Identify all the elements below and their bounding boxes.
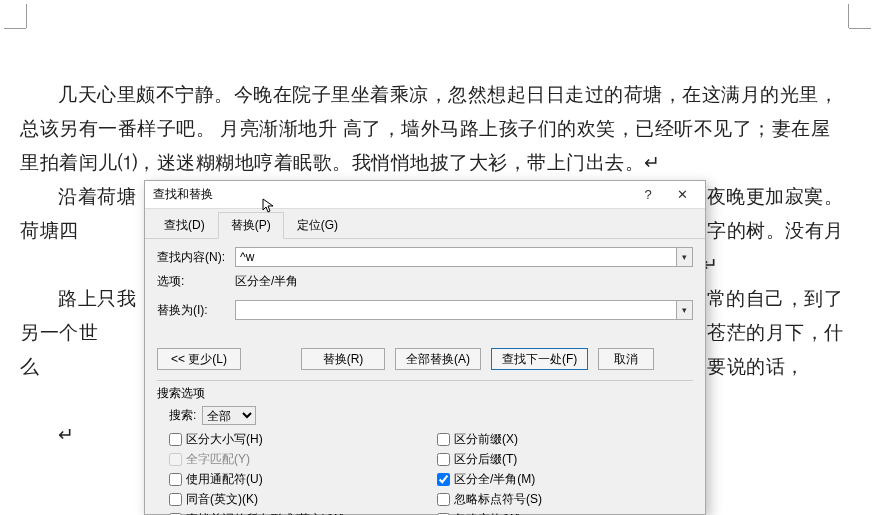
replace-with-label: 替换为(I): (157, 302, 235, 319)
checkbox-label: 区分后缀(T) (454, 451, 517, 468)
text: 沿着荷塘 (58, 186, 136, 207)
search-direction-select[interactable]: 全部 (202, 406, 256, 425)
options-label: 选项: (157, 273, 235, 290)
replace-button[interactable]: 替换(R) (301, 348, 385, 370)
dropdown-icon[interactable]: ▾ (676, 301, 692, 319)
text: ↵ (58, 424, 75, 445)
dialog-tabs: 查找(D) 替换(P) 定位(G) (145, 209, 705, 239)
less-button[interactable]: << 更少(L) (157, 348, 241, 370)
dropdown-icon[interactable]: ▾ (676, 248, 692, 266)
close-button[interactable]: ✕ (665, 184, 699, 206)
checkbox-label: 忽略标点符号(S) (454, 491, 542, 508)
help-icon: ? (644, 187, 651, 202)
checkbox-option[interactable]: 查找单词的所有形式(英文)(W) (169, 511, 437, 515)
search-direction-label: 搜索: (169, 407, 196, 424)
checkbox-input (169, 453, 182, 466)
search-options-group: 搜索选项 搜索: 全部 区分大小写(H)全字匹配(Y)使用通配符(U)同音(英文… (157, 380, 693, 515)
find-what-label: 查找内容(N): (157, 249, 235, 266)
checkbox-option[interactable]: 忽略标点符号(S) (437, 491, 693, 508)
find-replace-dialog: 查找和替换 ? ✕ 查找(D) 替换(P) 定位(G) 查找内容(N): ▾ 选… (144, 180, 706, 515)
find-what-input[interactable] (236, 248, 676, 266)
find-what-combo[interactable]: ▾ (235, 247, 693, 267)
checkbox-input[interactable] (437, 493, 450, 506)
replace-all-button[interactable]: 全部替换(A) (395, 348, 481, 370)
options-value: 区分全/半角 (235, 273, 298, 290)
button-row: << 更少(L) 替换(R) 全部替换(A) 查找下一处(F) 取消 (157, 348, 693, 370)
checkbox-option[interactable]: 区分后缀(T) (437, 451, 693, 468)
checkbox-input[interactable] (437, 473, 450, 486)
checkbox-label: 全字匹配(Y) (186, 451, 250, 468)
checkbox-label: 区分大小写(H) (186, 431, 263, 448)
checkbox-option: 全字匹配(Y) (169, 451, 437, 468)
checkbox-option[interactable]: 区分大小写(H) (169, 431, 437, 448)
checkbox-label: 使用通配符(U) (186, 471, 263, 488)
replace-with-combo[interactable]: ▾ (235, 300, 693, 320)
dialog-titlebar[interactable]: 查找和替换 ? ✕ (145, 181, 705, 209)
cancel-button[interactable]: 取消 (598, 348, 654, 370)
checkbox-input[interactable] (437, 433, 450, 446)
checkbox-option[interactable]: 忽略空格(W) (437, 511, 693, 515)
checkbox-input[interactable] (437, 453, 450, 466)
checkbox-label: 区分前缀(X) (454, 431, 518, 448)
help-button[interactable]: ? (631, 184, 665, 206)
checkbox-label: 同音(英文)(K) (186, 491, 258, 508)
search-options-header: 搜索选项 (157, 385, 693, 402)
checkbox-input[interactable] (169, 473, 182, 486)
dialog-title: 查找和替换 (153, 186, 631, 203)
replace-with-input[interactable] (236, 301, 676, 319)
find-next-button[interactable]: 查找下一处(F) (491, 348, 588, 370)
text: 几天心里颇不宁静。今晚在院子里坐着乘凉，忽然想起日日走过的荷塘，在这满月的光里，… (20, 84, 838, 173)
tab-replace[interactable]: 替换(P) (218, 212, 284, 239)
checkbox-input[interactable] (169, 493, 182, 506)
close-icon: ✕ (677, 187, 688, 202)
text: 路上只我 (58, 288, 136, 309)
checkbox-input[interactable] (169, 433, 182, 446)
checkbox-label: 忽略空格(W) (454, 511, 521, 515)
dialog-body: 查找内容(N): ▾ 选项: 区分全/半角 替换为(I): ▾ << 更少(L)… (145, 239, 705, 515)
tab-find[interactable]: 查找(D) (151, 212, 218, 239)
checkbox-label: 区分全/半角(M) (454, 471, 535, 488)
tab-goto[interactable]: 定位(G) (284, 212, 351, 239)
paragraph[interactable]: 几天心里颇不宁静。今晚在院子里坐着乘凉，忽然想起日日走过的荷塘，在这满月的光里，… (20, 78, 845, 180)
checkbox-option[interactable]: 区分前缀(X) (437, 431, 693, 448)
checkbox-option[interactable]: 区分全/半角(M) (437, 471, 693, 488)
checkbox-option[interactable]: 同音(英文)(K) (169, 491, 437, 508)
checkbox-option[interactable]: 使用通配符(U) (169, 471, 437, 488)
checkbox-label: 查找单词的所有形式(英文)(W) (186, 511, 345, 515)
